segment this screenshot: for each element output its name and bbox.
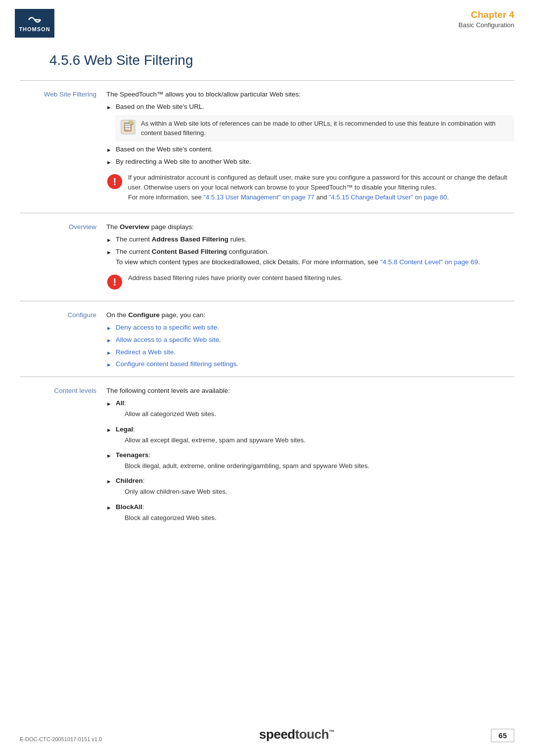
brand-plain: speed (259, 727, 295, 742)
logo: THOMSON (15, 9, 54, 38)
ov-text-2: The current Content Based Filtering conf… (116, 247, 480, 268)
cl-content-4: BlockAll: Block all categorized Web site… (116, 502, 217, 526)
bullet-url-text: Based on the Web site's URL. (116, 102, 204, 112)
chapter-label: Chapter 4 (458, 9, 514, 21)
bullet-arrow-2: ► (106, 146, 112, 154)
conf-link-4[interactable]: Configure content based filtering settin… (116, 359, 238, 370)
cl-bold-0: All (116, 399, 124, 407)
cl-item-blockall: ► BlockAll: Block all categorized Web si… (106, 502, 514, 526)
section-content-levels: Content levels The following content lev… (20, 377, 514, 533)
section-label-web-site-filtering: Web Site Filtering (20, 90, 106, 208)
section-label-content-levels: Content levels (20, 386, 106, 528)
chapter-block: Chapter 4 Basic Configuration (458, 9, 514, 30)
wsf-bullet-list: ► Based on the Web site's URL. (106, 102, 514, 112)
conf-link-2[interactable]: Allow access to a specific Web site. (116, 335, 221, 345)
bullet-arrow-1: ► (106, 103, 112, 112)
conf-arrow-4: ► (106, 361, 112, 369)
cl-item-all: ► All: Allow all categorized Web sites. (106, 398, 514, 422)
cl-content-1: Legal: Allow all except illegal, extreme… (116, 425, 306, 448)
cl-desc-1: Allow all except illegal, extreme, spam … (125, 435, 306, 445)
cl-arrow-3: ► (106, 477, 112, 486)
ov-cbf-pre: The current (116, 248, 152, 255)
overview-bullet-2: ► The current Content Based Filtering co… (106, 247, 514, 268)
warn-text-1: If your administrator account is configu… (128, 173, 514, 202)
brand-tm: ™ (329, 729, 334, 735)
chapter-sub: Basic Configuration (458, 21, 514, 30)
ov-cbf-link[interactable]: "4.5.8 Content Level" on page 69 (380, 258, 478, 266)
warn-icon-2: ! (106, 274, 123, 290)
page-title: 4.5.6 Web Site Filtering (20, 52, 514, 68)
configure-bullet-4: ► Configure content based filtering sett… (106, 359, 514, 370)
cl-content-0: All: Allow all categorized Web sites. (116, 398, 216, 422)
warn-box-1: ! If your administrator account is confi… (106, 170, 514, 205)
overview-intro: The Overview page displays: (106, 222, 514, 233)
cl-intro: The following content levels are availab… (106, 386, 514, 396)
footer-page-number: 65 (491, 729, 514, 742)
warn-link1[interactable]: "4.5.13 User Management" on page 77 (203, 193, 314, 201)
section-configure: Configure On the Configure page, you can… (20, 301, 514, 377)
section-overview: Overview The Overview page displays: ► T… (20, 213, 514, 301)
cl-bold-3: Children (116, 477, 143, 484)
warn-end: . (447, 193, 449, 201)
configure-bullet-2: ► Allow access to a specific Web site. (106, 335, 514, 345)
section-label-overview: Overview (20, 222, 106, 296)
main-content: Web Site Filtering The SpeedTouch™ allow… (0, 80, 534, 533)
cl-item-teenagers: ► Teenagers: Block illegal, adult, extre… (106, 450, 514, 474)
bullet-redirect-text: By redirecting a Web site to another Web… (116, 157, 251, 167)
section-body-overview: The Overview page displays: ► The curren… (106, 222, 514, 296)
cl-desc-0: Allow all categorized Web sites. (125, 409, 216, 419)
url-note-text: As within a Web site lots of references … (141, 119, 509, 138)
conf-arrow-3: ► (106, 349, 112, 357)
page-footer: E-DOC-CTC-20051017-0151 v1.0 speedtouch™… (0, 727, 534, 742)
ov-cbf-bold: Content Based Filtering (152, 248, 227, 255)
cl-bold-2: Teenagers (116, 451, 149, 459)
warn-icon-1: ! (106, 173, 123, 190)
cl-arrow-1: ► (106, 426, 112, 434)
cl-desc-2: Block illegal, adult, extreme, online or… (125, 461, 369, 471)
cl-desc-3: Only allow children-save Web sites. (125, 487, 227, 497)
cl-arrow-4: ► (106, 504, 112, 512)
section-body-content-levels: The following content levels are availab… (106, 386, 514, 528)
footer-brand: speedtouch™ (259, 727, 334, 742)
section-body-configure: On the Configure page, you can: ► Deny a… (106, 310, 514, 372)
warn-text-main: If your administrator account is configu… (128, 174, 507, 191)
brand-bold: touch (295, 727, 329, 742)
ov-arrow-2: ► (106, 248, 112, 257)
cl-content-3: Children: Only allow children-save Web s… (116, 476, 227, 500)
url-note-box: 📋 As within a Web site lots of reference… (115, 115, 514, 142)
configure-bold: Configure (128, 311, 160, 319)
cl-arrow-2: ► (106, 452, 112, 460)
ov-cbf-more: To view which content types are blocked/… (116, 258, 380, 266)
section-web-site-filtering: Web Site Filtering The SpeedTouch™ allow… (20, 80, 514, 213)
wsf-intro: The SpeedTouch™ allows you to block/allo… (106, 90, 514, 100)
overview-bold: Overview (120, 223, 149, 231)
bullet-redirect: ► By redirecting a Web site to another W… (106, 157, 514, 167)
warn-box-2: ! Address based filtering rules have pri… (106, 271, 514, 293)
section-label-configure: Configure (20, 310, 106, 372)
cl-desc-4: Block all categorized Web sites. (125, 513, 217, 523)
logo-text: THOMSON (19, 26, 50, 32)
configure-bullet-3: ► Redirect a Web site. (106, 347, 514, 358)
cl-item-legal: ► Legal: Allow all except illegal, extre… (106, 425, 514, 448)
conf-link-3[interactable]: Redirect a Web site. (116, 347, 176, 358)
warn-and: and (314, 193, 329, 201)
bullet-content-text: Based on the Web site's content. (116, 144, 213, 155)
bullet-url: ► Based on the Web site's URL. (106, 102, 514, 112)
svg-text:!: ! (113, 276, 117, 287)
bullet-arrow-3: ► (106, 158, 112, 167)
cl-bold-4: BlockAll (116, 503, 142, 511)
cl-arrow-0: ► (106, 400, 112, 408)
overview-bullet-1: ► The current Address Based Filtering ru… (106, 235, 514, 245)
ov-abf-bold: Address Based Filtering (152, 236, 228, 243)
conf-arrow-2: ► (106, 336, 112, 345)
configure-bullet-list: ► Deny access to a specific web site. ► … (106, 323, 514, 370)
overview-bullet-list: ► The current Address Based Filtering ru… (106, 235, 514, 268)
thomson-logo-icon (27, 14, 43, 25)
warn-link2[interactable]: "4.5.15 Change Default User" on page 80 (329, 193, 447, 201)
configure-bullet-1: ► Deny access to a specific web site. (106, 323, 514, 333)
ov-cbf-post: configuration. (227, 248, 269, 255)
cl-content-2: Teenagers: Block illegal, adult, extreme… (116, 450, 369, 474)
configure-intro: On the Configure page, you can: (106, 310, 514, 321)
note-icon: 📋 (120, 119, 136, 135)
conf-link-1[interactable]: Deny access to a specific web site. (116, 323, 219, 333)
